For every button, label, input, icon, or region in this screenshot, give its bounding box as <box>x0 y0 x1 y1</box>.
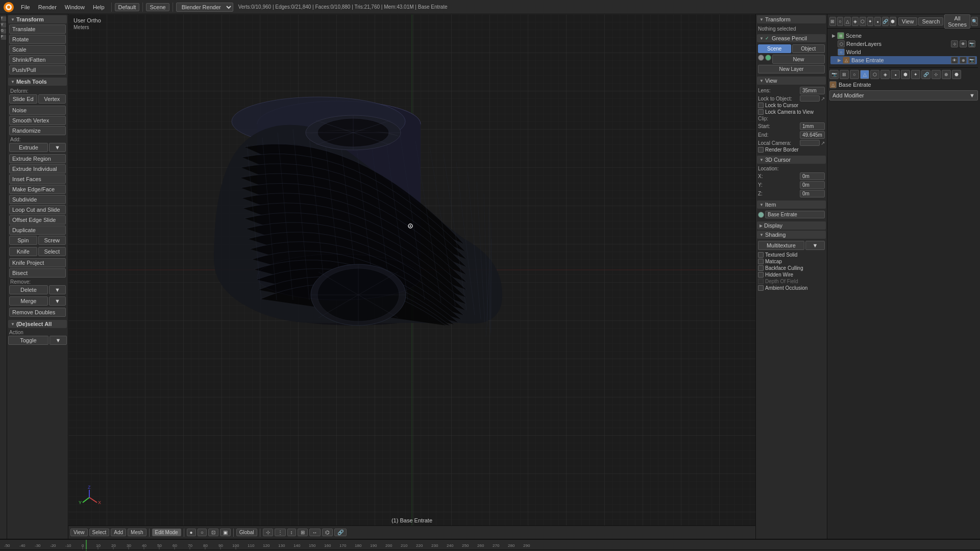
prop-cons-icon[interactable]: 🔗 <box>921 70 930 79</box>
toggle-arrow[interactable]: ▼ <box>50 336 67 345</box>
knife-project-btn[interactable]: Knife Project <box>9 258 66 267</box>
all-scenes-btn[interactable]: All Scenes <box>944 14 970 29</box>
prop-obj-icon[interactable]: △ <box>860 70 869 79</box>
tools-icon[interactable]: T <box>1 16 6 21</box>
grease-pencil-checkbox[interactable]: ✓ <box>765 36 769 41</box>
scene-selector[interactable]: Scene <box>146 3 169 11</box>
toggle-btn[interactable]: Toggle <box>8 336 48 345</box>
blender-logo[interactable] <box>3 2 14 13</box>
grease-icon[interactable]: G <box>1 29 6 34</box>
inset-faces-btn[interactable]: Inset Faces <box>9 174 66 184</box>
duplicate-btn[interactable]: Duplicate <box>9 226 66 235</box>
cursor-3d-header[interactable]: 3D Cursor <box>757 156 826 164</box>
shrink-fatten-btn[interactable]: Shrink/Fatten <box>9 55 66 64</box>
grease-pencil-header[interactable]: ✓ Grease Pencil <box>757 34 826 42</box>
loop-cut-slide-btn[interactable]: Loop Cut and Slide <box>9 205 66 214</box>
multitexture-btn[interactable]: Multitexture <box>758 241 804 250</box>
physics-icon[interactable]: P <box>1 35 6 40</box>
transform-header[interactable]: Transform <box>8 15 67 23</box>
prop-part-icon[interactable]: ✦ <box>911 70 920 79</box>
vt-snap7[interactable]: 🔗 <box>334 529 347 536</box>
edit-mode-btn[interactable]: Edit Mode <box>152 529 181 536</box>
hidden-wire-check[interactable] <box>758 272 764 278</box>
prop-mat-icon[interactable]: ◈ <box>880 70 890 79</box>
lock-cursor-checkbox[interactable] <box>758 103 764 108</box>
bisect-btn[interactable]: Bisect <box>9 268 66 278</box>
spin-btn[interactable]: Spin <box>9 236 37 245</box>
vt-snap5[interactable]: ↔ <box>309 529 321 536</box>
prop-force-icon[interactable]: ⊕ <box>942 70 951 79</box>
local-camera-value[interactable] <box>800 140 820 146</box>
delete-arrow[interactable]: ▼ <box>49 285 66 294</box>
menu-window[interactable]: Window <box>61 3 88 11</box>
render-engine-select[interactable]: Blender Render Cycles Render <box>176 3 233 12</box>
randomize-btn[interactable]: Randomize <box>9 126 66 135</box>
render-eye-icon[interactable]: 👁 <box>960 40 967 47</box>
item-name-value[interactable]: Base Entrate <box>765 211 825 218</box>
extrude-arrow[interactable]: ▼ <box>49 143 66 152</box>
push-pull-btn[interactable]: Push/Pull <box>9 65 66 74</box>
vertex-btn[interactable]: Vertex <box>38 94 66 104</box>
matcap-check[interactable] <box>758 259 764 264</box>
dof-check[interactable] <box>758 279 764 284</box>
rotate-btn[interactable]: Rotate <box>9 35 66 44</box>
shading-header[interactable]: Shading <box>757 231 826 239</box>
extrude-btn[interactable]: Extrude <box>9 143 48 152</box>
search-btn-fr[interactable]: Search <box>918 17 943 26</box>
multitexture-arrow[interactable]: ▼ <box>805 241 825 250</box>
lock-arrow[interactable]: ↗ <box>821 96 825 102</box>
vt-icon4[interactable]: ▣ <box>220 529 231 536</box>
base-eye-icon[interactable]: 👁 <box>951 57 958 64</box>
vt-view-btn[interactable]: View <box>70 529 88 536</box>
vt-snap6[interactable]: ⌬ <box>322 529 333 536</box>
slide-edge-btn[interactable]: Slide Ed <box>9 94 37 104</box>
vt-add-btn[interactable]: Add <box>111 529 126 536</box>
z-value[interactable]: 0m <box>800 190 825 197</box>
extrude-individual-btn[interactable]: Extrude Individual <box>9 164 66 173</box>
props-transform-header[interactable]: Transform <box>757 15 826 23</box>
x-value[interactable]: 0m <box>800 172 825 180</box>
display-header[interactable]: Display <box>757 221 826 230</box>
y-value[interactable]: 0m <box>800 181 825 189</box>
prop-data-icon[interactable]: ⬣ <box>952 70 961 79</box>
smooth-vertex-btn[interactable]: Smooth Vertex <box>9 116 66 125</box>
prop-world-icon[interactable]: ○ <box>850 70 859 79</box>
fr-icon-obj[interactable]: ○ <box>837 17 844 26</box>
render-border-checkbox[interactable] <box>758 147 764 153</box>
knife-btn[interactable]: Knife <box>9 247 37 256</box>
workspace-selector[interactable]: Default <box>115 3 140 11</box>
vt-select-btn[interactable]: Select <box>89 529 110 536</box>
vt-snap3[interactable]: ↕ <box>287 529 296 536</box>
view-icon[interactable]: V <box>1 22 6 28</box>
vt-snap1[interactable]: ⊹ <box>263 529 273 536</box>
select-btn[interactable]: Select <box>38 247 66 256</box>
scene-tab[interactable]: Scene <box>758 44 791 53</box>
vt-mesh-btn[interactable]: Mesh <box>128 529 146 536</box>
fr-icon-cons[interactable]: 🔗 <box>882 17 889 26</box>
mesh-tools-header[interactable]: Mesh Tools <box>8 78 67 86</box>
prop-mesh-icon[interactable]: ⬡ <box>870 70 879 79</box>
vt-snap4[interactable]: ⊞ <box>298 529 308 536</box>
fr-icon-phys[interactable]: ⬥ <box>874 17 881 26</box>
merge-arrow[interactable]: ▼ <box>49 296 66 306</box>
vt-coord-btn[interactable]: Global <box>236 529 257 536</box>
base-entrate-item[interactable]: ▶ △ Base Entrate 👁 ⊕ 📷 <box>830 56 977 64</box>
vt-icon1[interactable]: ● <box>187 529 196 536</box>
offset-edge-slide-btn[interactable]: Offset Edge Slide <box>9 215 66 224</box>
clip-end-value[interactable]: 49.645m <box>800 131 825 139</box>
render-cam-icon[interactable]: 📷 <box>968 40 975 47</box>
fr-icon-mat[interactable]: ◈ <box>852 17 859 26</box>
deselect-header[interactable]: (De)select All <box>8 320 67 328</box>
fr-icon-scene[interactable]: ⊞ <box>829 17 836 26</box>
prop-scene-icon[interactable]: ⊞ <box>840 70 849 79</box>
prop-anim-icon[interactable]: ⊹ <box>932 70 941 79</box>
prop-render-icon[interactable]: 📷 <box>829 70 839 79</box>
clip-start-value[interactable]: 1mm <box>800 122 825 130</box>
search-icon[interactable]: 🔍 <box>971 17 978 26</box>
new-btn[interactable]: New <box>772 55 825 64</box>
menu-render[interactable]: Render <box>35 3 60 11</box>
make-edge-face-btn[interactable]: Make Edge/Face <box>9 185 66 194</box>
base-render-icon[interactable]: 📷 <box>968 57 975 64</box>
vt-icon3[interactable]: ⊡ <box>208 529 218 536</box>
remove-doubles-btn[interactable]: Remove Doubles <box>9 308 66 317</box>
